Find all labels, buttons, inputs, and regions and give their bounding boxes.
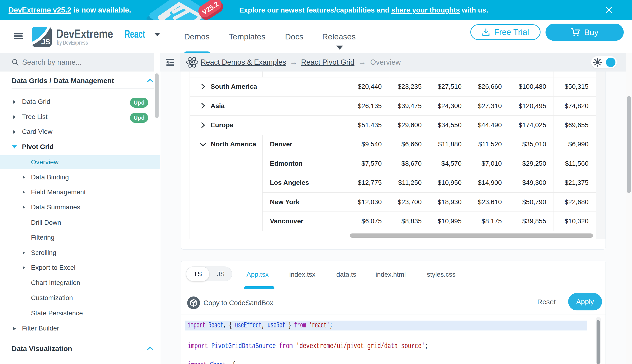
svg-text:JS: JS xyxy=(41,38,50,46)
